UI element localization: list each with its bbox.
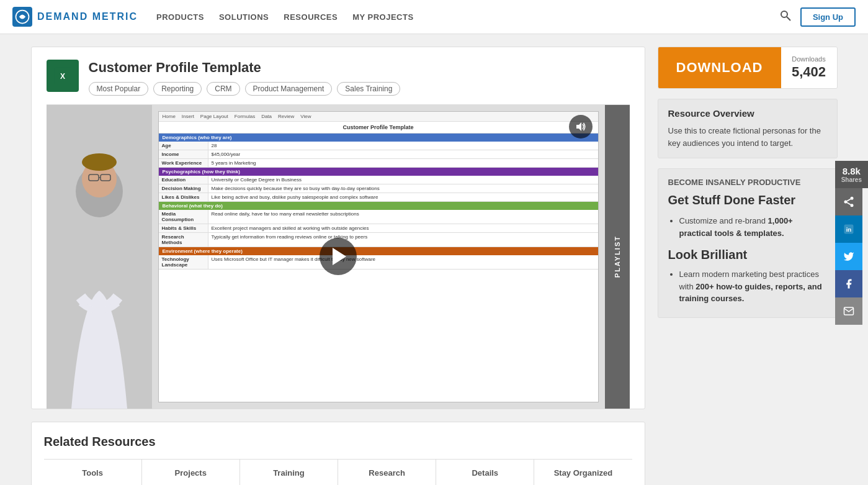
resource-overview-title: Resource Overview	[668, 108, 827, 119]
playlist-label: PLAYLIST	[614, 235, 621, 278]
main-nav: PRODUCTS SOLUTIONS RESOURCES MY PROJECTS	[156, 12, 414, 22]
bullet-list-2: Learn modern marketing best practices wi…	[668, 268, 827, 305]
share-count: 8.8k	[841, 166, 862, 176]
play-icon	[333, 248, 346, 265]
playlist-tab[interactable]: PLAYLIST	[605, 105, 630, 409]
product-card: X Customer Profile Template Most Popular…	[31, 47, 645, 409]
related-col-training[interactable]: Training	[240, 460, 338, 485]
svg-point-13	[850, 196, 853, 199]
tag-sales-training[interactable]: Sales Training	[337, 82, 400, 96]
svg-text:X: X	[60, 72, 65, 81]
downloads-count-box: Downloads 5,402	[781, 47, 837, 88]
logo[interactable]: DEMAND METRIC	[12, 7, 138, 27]
svg-point-15	[850, 204, 853, 207]
share-linkedin-button[interactable]: in	[835, 215, 862, 243]
play-button[interactable]	[320, 238, 357, 275]
video-inner: HomeInsertPage LayoutFormulasDataReviewV…	[47, 105, 630, 409]
header-right: Sign Up	[779, 7, 856, 27]
share-email-button[interactable]	[835, 297, 862, 325]
related-title: Related Resources	[44, 435, 632, 449]
search-button[interactable]	[779, 9, 792, 25]
look-title: Look Brilliant	[668, 248, 827, 262]
resource-overview: Resource Overview Use this to create fic…	[658, 99, 838, 158]
nav-products[interactable]: PRODUCTS	[156, 12, 204, 22]
related-col-projects[interactable]: Projects	[142, 460, 240, 485]
video-container: HomeInsertPage LayoutFormulasDataReviewV…	[47, 104, 630, 409]
person-image	[47, 105, 152, 409]
related-col-research[interactable]: Research	[338, 460, 436, 485]
nav-solutions[interactable]: SOLUTIONS	[219, 12, 269, 22]
share-facebook-button[interactable]	[835, 270, 862, 297]
tag-reporting[interactable]: Reporting	[153, 82, 202, 96]
header: DEMAND METRIC PRODUCTS SOLUTIONS RESOURC…	[0, 0, 868, 34]
svg-line-2	[787, 17, 790, 20]
productive-panel: Become Insanely Productive Get Stuff Don…	[658, 168, 838, 318]
tag-most-popular[interactable]: Most Popular	[89, 82, 149, 96]
bullet-list-1: Customize and re-brand 1,000+ practical …	[668, 215, 827, 239]
related-col-stay-organized[interactable]: Stay Organized	[534, 460, 632, 485]
nav-resources[interactable]: RESOURCES	[284, 12, 338, 22]
bullet1-pre: Customize and re-brand	[679, 216, 768, 225]
page-content: X Customer Profile Template Most Popular…	[19, 34, 850, 485]
tag-product-management[interactable]: Product Management	[245, 82, 333, 96]
product-title: Customer Profile Template	[89, 60, 630, 76]
productive-main-title: Get Stuff Done Faster	[668, 193, 827, 207]
product-header: X Customer Profile Template Most Popular…	[47, 60, 630, 96]
bullet-item-1: Customize and re-brand 1,000+ practical …	[679, 215, 827, 239]
svg-point-14	[844, 200, 847, 203]
downloads-number: 5,402	[792, 64, 826, 80]
svg-line-16	[847, 202, 851, 204]
spreadsheet-preview: HomeInsertPage LayoutFormulasDataReviewV…	[158, 111, 599, 402]
download-panel: DOWNLOAD Downloads 5,402	[658, 47, 838, 89]
related-resources-section: Related Resources Tools Projects Trainin…	[31, 422, 645, 485]
tags-container: Most Popular Reporting CRM Product Manag…	[89, 82, 630, 96]
svg-marker-12	[576, 122, 581, 131]
header-left: DEMAND METRIC PRODUCTS SOLUTIONS RESOURC…	[12, 7, 414, 27]
logo-text: DEMAND METRIC	[37, 11, 138, 22]
signup-button[interactable]: Sign Up	[800, 7, 856, 27]
related-table: Tools Projects Training Research Details…	[44, 459, 632, 485]
related-col-details[interactable]: Details	[436, 460, 534, 485]
bullet2-bold: 200+ how-to guides, reports, and trainin…	[679, 282, 822, 304]
share-general-button[interactable]	[835, 188, 862, 215]
download-button[interactable]: DOWNLOAD	[658, 47, 781, 88]
share-label: Shares	[841, 176, 862, 183]
resource-overview-text: Use this to create fictional personas fo…	[668, 125, 827, 149]
product-icon: X	[47, 60, 79, 92]
svg-point-1	[781, 11, 787, 17]
share-count-box: 8.8k Shares	[835, 161, 868, 188]
volume-button[interactable]	[569, 115, 593, 138]
svg-text:in: in	[846, 225, 851, 232]
share-sidebar: 8.8k Shares in	[835, 161, 868, 325]
tag-crm[interactable]: CRM	[207, 82, 239, 96]
main-column: X Customer Profile Template Most Popular…	[31, 47, 645, 485]
sidebar: DOWNLOAD Downloads 5,402 Resource Overvi…	[658, 47, 838, 485]
nav-my-projects[interactable]: MY PROJECTS	[352, 12, 413, 22]
svg-line-17	[847, 199, 851, 201]
share-twitter-button[interactable]	[835, 243, 862, 270]
svg-point-11	[82, 153, 117, 171]
logo-icon	[12, 7, 32, 27]
bullet-item-2: Learn modern marketing best practices wi…	[679, 268, 827, 305]
downloads-label: Downloads	[792, 55, 825, 63]
related-col-tools[interactable]: Tools	[44, 460, 142, 485]
productive-section-title: Become Insanely Productive	[668, 178, 827, 187]
product-info: Customer Profile Template Most Popular R…	[89, 60, 630, 96]
